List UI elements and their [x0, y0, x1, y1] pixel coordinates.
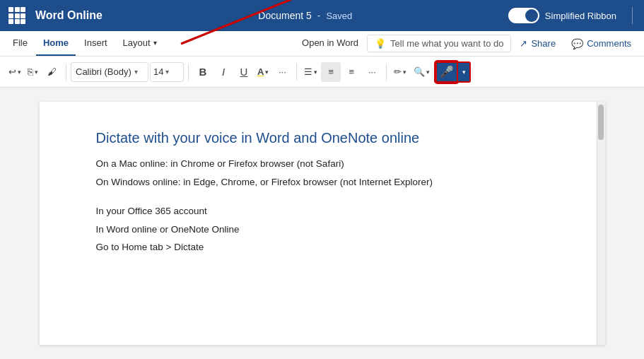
doc-line-4: In Word online or OneNote Online — [96, 222, 563, 237]
doc-line-2: On Windows online: in Edge, Chrome, or F… — [96, 175, 563, 190]
underline-button[interactable]: U — [234, 62, 254, 82]
format-painter-icon: 🖌 — [47, 66, 57, 77]
menu-spacer — [165, 31, 293, 56]
comment-icon: 💬 — [571, 38, 583, 49]
list-arrow-icon: ▾ — [314, 69, 317, 76]
document-title-area: Document 5 - Saved — [110, 10, 501, 21]
dictate-dropdown-button[interactable]: ▾ — [458, 61, 471, 83]
document-page: Dictate with your voice in Word and OneN… — [40, 102, 605, 345]
menu-file[interactable]: File — [6, 31, 35, 56]
undo-button[interactable]: ↩ ▾ — [6, 62, 24, 82]
doc-line-5: Go to Home tab > Dictate — [96, 240, 563, 255]
font-family-selector[interactable]: Calibri (Body) ▾ — [71, 62, 148, 82]
simplified-ribbon-toggle-area: Simplified Ribbon — [508, 8, 616, 23]
scrollbar-thumb[interactable] — [598, 105, 604, 140]
title-bar: Word Online Document 5 - Saved Simplifie… — [0, 0, 644, 31]
toolbar-sep-3 — [296, 64, 297, 81]
toolbar: ↩ ▾ ⎘ ▾ 🖌 Calibri (Body) ▾ 14 ▾ B I U A … — [0, 57, 644, 88]
comments-button[interactable]: 💬 Comments — [564, 35, 638, 52]
font-color-icon: A — [257, 66, 264, 77]
clipboard-arrow-icon: ▾ — [35, 69, 38, 76]
document-name[interactable]: Document 5 — [258, 10, 311, 21]
lightbulb-icon: 💡 — [375, 38, 386, 49]
vertical-scrollbar[interactable] — [597, 102, 605, 345]
document-heading: Dictate with your voice in Word and OneN… — [96, 130, 563, 146]
bullet-list-button[interactable]: ☰ ▾ — [301, 62, 320, 82]
formatting-group: B I U A ▾ ··· — [193, 62, 292, 82]
font-size-chevron-icon: ▾ — [165, 68, 169, 76]
font-family-chevron-icon: ▾ — [134, 68, 138, 76]
title-separator: - — [317, 10, 321, 21]
dictate-button[interactable]: 🎤 — [435, 61, 458, 83]
font-color-arrow-icon: ▾ — [265, 69, 269, 76]
share-button[interactable]: ↗ Share — [513, 35, 563, 52]
align-center-icon: ≡ — [349, 66, 355, 77]
menu-bar: File Home Insert Layout ▾ Open in Word 💡… — [0, 31, 644, 57]
dictate-chevron-icon: ▾ — [462, 69, 466, 76]
font-size-selector[interactable]: 14 ▾ — [150, 62, 184, 82]
more-align-button[interactable]: ··· — [362, 62, 382, 82]
save-status: Saved — [326, 11, 352, 21]
simplified-ribbon-label: Simplified Ribbon — [545, 11, 616, 21]
font-color-button[interactable]: A ▾ — [254, 62, 271, 82]
font-size-label: 14 — [153, 66, 163, 77]
waffle-menu-button[interactable] — [8, 7, 25, 24]
designer-icon: ✏ — [394, 66, 402, 77]
undo-icon: ↩ — [8, 66, 16, 77]
undo-redo-group: ↩ ▾ ⎘ ▾ 🖌 — [6, 62, 62, 82]
tell-me-input[interactable]: 💡 Tell me what you want to do — [367, 35, 511, 52]
undo-arrow-icon: ▾ — [18, 69, 21, 76]
share-icon: ↗ — [520, 38, 527, 49]
document-area: Dictate with your voice in Word and OneN… — [0, 88, 644, 359]
document-body: On a Mac online: in Chrome or Firefox br… — [96, 156, 563, 255]
search-button[interactable]: 🔍 ▾ — [411, 62, 433, 82]
format-painter-button[interactable]: 🖌 — [42, 62, 62, 82]
toolbar-sep-2 — [188, 64, 189, 81]
doc-line-1: On a Mac online: in Chrome or Firefox br… — [96, 156, 563, 172]
menu-insert[interactable]: Insert — [77, 31, 115, 56]
italic-button[interactable]: I — [213, 62, 233, 82]
clipboard-button[interactable]: ⎘ ▾ — [25, 62, 41, 82]
mic-icon: 🎤 — [440, 65, 454, 78]
designer-button[interactable]: ✏ ▾ — [391, 62, 409, 82]
toolbar-sep-1 — [66, 64, 66, 81]
app-name: Word Online — [35, 9, 103, 22]
layout-chevron-icon: ▾ — [153, 39, 157, 47]
menu-layout[interactable]: Layout ▾ — [116, 31, 164, 56]
bullet-list-icon: ☰ — [304, 66, 312, 77]
more-formatting-button[interactable]: ··· — [272, 62, 292, 82]
toolbar-sep-4 — [386, 64, 387, 81]
menu-right-area: Open in Word 💡 Tell me what you want to … — [295, 31, 638, 56]
font-name-label: Calibri (Body) — [76, 66, 131, 77]
search-icon: 🔍 — [414, 66, 425, 77]
simplified-ribbon-toggle[interactable] — [508, 8, 539, 23]
align-center-button[interactable]: ≡ — [341, 62, 361, 82]
list-align-group: ☰ ▾ ≡ ≡ ··· — [301, 62, 382, 82]
doc-line-3: In your Office 365 account — [96, 204, 563, 219]
menu-home[interactable]: Home — [36, 31, 76, 56]
search-arrow-icon: ▾ — [426, 69, 430, 76]
doc-spacer-1 — [96, 192, 563, 204]
bold-button[interactable]: B — [193, 62, 213, 82]
align-left-icon: ≡ — [329, 66, 334, 77]
clipboard-icon: ⎘ — [28, 66, 33, 77]
designer-arrow-icon: ▾ — [403, 69, 406, 76]
title-bar-divider — [632, 7, 633, 24]
dictate-button-group: 🎤 ▾ — [434, 61, 471, 83]
align-left-button[interactable]: ≡ — [321, 62, 341, 82]
open-in-word-button[interactable]: Open in Word — [295, 37, 365, 49]
